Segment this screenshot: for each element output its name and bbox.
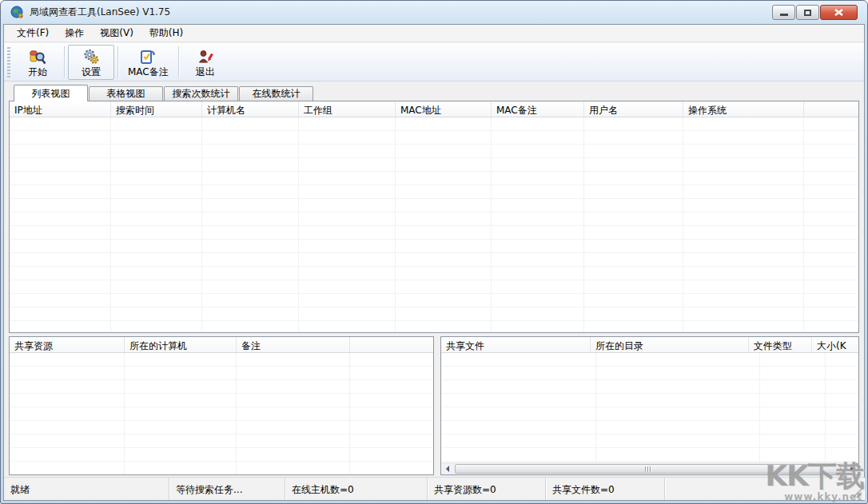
app-window: 局域网查看工具(LanSee) V1.75 文件(F) 操作 视图(V) 帮助(…	[0, 0, 868, 504]
host-list-body[interactable]	[10, 117, 858, 332]
shared-resources-body[interactable]	[10, 353, 433, 474]
shared-resources-panel: 共享资源 所在的计算机 备注	[9, 336, 434, 475]
shared-resources-header: 共享资源 所在的计算机 备注	[10, 337, 433, 353]
right-arrow-icon	[850, 466, 854, 472]
resize-grip-icon[interactable]	[852, 488, 862, 498]
column-header-os[interactable]: 操作系统	[683, 101, 804, 117]
body-column	[10, 353, 125, 474]
exit-icon	[197, 48, 214, 65]
statusbar: 就绪 等待搜索任务... 在线主机数=0 共享资源数=0 共享文件数=0	[4, 477, 864, 500]
tab-table-view[interactable]: 表格视图	[89, 86, 163, 101]
body-column	[10, 117, 111, 332]
host-list-header: IP地址 搜索时间 计算机名 工作组 MAC地址 MAC备注 用户名 操作系统	[10, 101, 858, 117]
thumb-grip-icon	[650, 466, 651, 472]
column-header-size[interactable]: 大小(K	[812, 337, 858, 352]
maximize-icon	[804, 10, 811, 16]
menu-help[interactable]: 帮助(H)	[141, 25, 191, 42]
window-title: 局域网查看工具(LanSee) V1.75	[30, 6, 170, 19]
column-header-filler	[350, 337, 433, 352]
tab-label: 列表视图	[32, 87, 70, 101]
app-body: 文件(F) 操作 视图(V) 帮助(H) 开始	[3, 24, 865, 501]
menu-operate[interactable]: 操作	[57, 25, 92, 42]
host-list-panel: IP地址 搜索时间 计算机名 工作组 MAC地址 MAC备注 用户名 操作系统	[9, 101, 859, 333]
start-button[interactable]: 开始	[14, 45, 61, 80]
bottom-panels: 共享资源 所在的计算机 备注 共享文件 所在的目录 文件类型 大小(K	[9, 336, 859, 475]
start-button-label: 开始	[28, 66, 47, 77]
column-header-note[interactable]: 备注	[237, 337, 350, 352]
body-column	[299, 117, 396, 332]
toolbar: 开始 设置 MAC备注	[4, 43, 864, 81]
maximize-button[interactable]	[796, 5, 819, 20]
horizontal-scrollbar[interactable]	[441, 462, 858, 474]
body-column	[492, 117, 584, 332]
exit-button-label: 退出	[196, 66, 215, 77]
tab-search-count-stats[interactable]: 搜索次数统计	[164, 86, 238, 101]
shared-files-body[interactable]	[441, 353, 858, 462]
mac-note-icon	[139, 48, 157, 65]
body-column	[584, 117, 683, 332]
toolbar-separator	[178, 46, 179, 78]
column-header-file-type[interactable]: 文件类型	[749, 337, 812, 352]
app-logo-icon	[10, 6, 24, 19]
column-header-shared-file[interactable]: 共享文件	[441, 337, 591, 352]
left-arrow-icon	[446, 466, 449, 472]
window-controls	[771, 5, 858, 20]
column-header-share-resource[interactable]: 共享资源	[10, 337, 125, 352]
close-button[interactable]	[820, 5, 858, 20]
column-header-username[interactable]: 用户名	[584, 101, 683, 117]
column-header-mac-address[interactable]: MAC地址	[396, 101, 492, 117]
column-header-ip[interactable]: IP地址	[10, 101, 111, 117]
toolbar-separator	[117, 46, 118, 78]
toolbar-gripper[interactable]	[7, 47, 10, 77]
exit-button[interactable]: 退出	[182, 45, 229, 80]
tab-label: 在线数统计	[253, 87, 301, 101]
menubar: 文件(F) 操作 视图(V) 帮助(H)	[4, 25, 864, 42]
scroll-right-button[interactable]	[846, 463, 858, 474]
toolbar-separator	[64, 46, 65, 78]
thumb-grip-icon	[647, 466, 648, 472]
body-column	[111, 117, 202, 332]
column-header-workgroup[interactable]: 工作组	[299, 101, 396, 117]
body-column	[125, 353, 237, 474]
menu-view[interactable]: 视图(V)	[92, 25, 141, 42]
scrollbar-thumb[interactable]	[455, 464, 841, 474]
start-search-icon	[29, 48, 46, 65]
column-header-computer-name[interactable]: 计算机名	[202, 101, 299, 117]
thumb-grip-icon	[645, 466, 646, 472]
mac-note-button[interactable]: MAC备注	[121, 45, 175, 80]
shared-files-panel: 共享文件 所在的目录 文件类型 大小(K	[440, 336, 859, 475]
column-header-host-computer[interactable]: 所在的计算机	[125, 337, 237, 352]
tab-online-count-stats[interactable]: 在线数统计	[239, 86, 313, 101]
status-filler	[665, 478, 864, 500]
column-header-directory[interactable]: 所在的目录	[591, 337, 749, 352]
settings-button-label: 设置	[82, 66, 101, 77]
status-share-resources: 共享资源数=0	[428, 478, 546, 500]
minimize-icon	[780, 14, 788, 16]
mac-note-button-label: MAC备注	[128, 66, 169, 77]
body-column	[396, 117, 492, 332]
body-column	[596, 353, 760, 462]
settings-gears-icon	[82, 48, 100, 65]
settings-button[interactable]: 设置	[68, 45, 114, 80]
close-icon	[834, 9, 843, 16]
body-column	[202, 117, 299, 332]
column-header-mac-note[interactable]: MAC备注	[492, 101, 584, 117]
tab-list-view[interactable]: 列表视图	[14, 85, 88, 101]
tabbar: 列表视图 表格视图 搜索次数统计 在线数统计	[9, 85, 859, 101]
body-column	[760, 353, 826, 462]
body-column	[683, 117, 804, 332]
status-online-hosts: 在线主机数=0	[285, 478, 428, 500]
tab-label: 表格视图	[107, 87, 145, 101]
tab-label: 搜索次数统计	[173, 87, 230, 101]
minimize-button[interactable]	[772, 5, 795, 20]
scroll-left-button[interactable]	[441, 463, 454, 474]
body-column	[441, 353, 596, 462]
status-ready: 就绪	[4, 478, 169, 500]
titlebar[interactable]: 局域网查看工具(LanSee) V1.75	[1, 1, 867, 24]
status-search-task: 等待搜索任务...	[169, 478, 285, 500]
column-header-search-time[interactable]: 搜索时间	[111, 101, 202, 117]
menu-file[interactable]: 文件(F)	[9, 25, 57, 42]
body-column	[237, 353, 350, 474]
status-share-files: 共享文件数=0	[546, 478, 665, 500]
column-header-filler	[804, 101, 858, 117]
